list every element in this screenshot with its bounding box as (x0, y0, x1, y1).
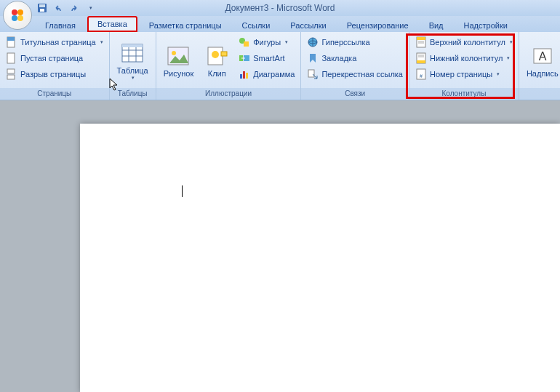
bookmark-label: Закладка (321, 54, 356, 63)
svg-rect-17 (122, 44, 143, 47)
svg-rect-11 (7, 75, 15, 79)
tab-insert[interactable]: Вставка (87, 16, 137, 32)
footer-button[interactable]: Нижний колонтитул▾ (412, 51, 516, 65)
smartart-label: SmartArt (253, 54, 284, 63)
textbox-button[interactable]: A Надпись (522, 33, 560, 88)
clipart-button[interactable]: Клип (201, 33, 233, 88)
blank-page-button[interactable]: Пустая страница (3, 51, 106, 65)
svg-point-1 (17, 9, 23, 15)
chart-icon (239, 68, 250, 80)
chart-button[interactable]: Диаграмма (236, 67, 297, 81)
svg-rect-9 (7, 53, 15, 63)
shapes-button[interactable]: Фигуры▾ (236, 35, 297, 49)
crossref-icon (307, 68, 319, 80)
svg-rect-27 (240, 74, 242, 79)
group-pages-label: Страницы (0, 88, 109, 100)
svg-rect-6 (40, 9, 44, 12)
undo-button[interactable] (52, 2, 64, 14)
shapes-icon (239, 36, 250, 48)
svg-point-3 (17, 15, 23, 21)
svg-rect-28 (243, 71, 245, 79)
ribbon: Титульная страница▾ Пустая страница Разр… (0, 32, 560, 100)
svg-rect-10 (7, 69, 15, 73)
svg-rect-29 (246, 73, 248, 79)
svg-point-21 (212, 51, 219, 58)
office-logo-icon (9, 7, 26, 24)
picture-icon (167, 44, 190, 68)
group-illus-label: Иллюстрации (156, 88, 301, 100)
page-break-icon (6, 68, 17, 80)
picture-button[interactable]: Рисунок (159, 33, 199, 88)
picture-label: Рисунок (164, 69, 194, 78)
blank-page-icon (6, 52, 17, 64)
svg-rect-24 (244, 41, 249, 47)
tab-addins[interactable]: Надстройки (455, 19, 516, 32)
titlebar: ▾ Документ3 - Microsoft Word (0, 0, 560, 16)
blank-page-label: Пустая страница (20, 54, 83, 63)
textbox-label: Надпись (527, 69, 559, 78)
group-hf-label: Колонтитулы (409, 88, 519, 100)
clipart-label: Клип (208, 69, 226, 78)
footer-label: Нижний колонтитул (430, 54, 503, 63)
hyperlink-label: Гиперссылка (321, 38, 369, 47)
group-text-label (519, 88, 560, 100)
svg-rect-31 (308, 70, 314, 77)
tab-view[interactable]: Вид (420, 19, 452, 32)
hyperlink-icon (307, 36, 319, 48)
tab-review[interactable]: Рецензирование (338, 19, 417, 32)
smartart-icon (239, 52, 250, 64)
text-cursor (182, 185, 183, 197)
group-tables-label: Таблицы (110, 88, 156, 100)
page-break-label: Разрыв страницы (20, 70, 86, 79)
save-button[interactable] (36, 2, 48, 14)
group-text: A Надпись (519, 32, 560, 100)
header-label: Верхний колонтитул (430, 38, 505, 47)
svg-text:#: # (420, 73, 423, 79)
tab-home[interactable]: Главная (36, 19, 84, 32)
svg-point-2 (12, 15, 17, 21)
document-area (0, 100, 560, 392)
table-icon (121, 41, 144, 65)
header-icon (415, 36, 427, 48)
svg-rect-8 (7, 37, 15, 41)
smartart-button[interactable]: SmartArt (236, 51, 297, 65)
tab-page-layout[interactable]: Разметка страницы (140, 19, 231, 32)
crossref-button[interactable]: Перекрестная ссылка (304, 67, 406, 81)
cover-page-button[interactable]: Титульная страница▾ (3, 35, 106, 49)
qat-dropdown[interactable]: ▾ (84, 2, 96, 14)
table-label: Таблица (117, 66, 148, 75)
office-button[interactable] (3, 1, 32, 30)
svg-rect-22 (221, 52, 227, 56)
pagenumber-label: Номер страницы (430, 70, 492, 79)
group-pages: Титульная страница▾ Пустая страница Разр… (0, 32, 110, 100)
cover-page-label: Титульная страница (20, 38, 96, 47)
svg-point-19 (172, 51, 176, 55)
textbox-icon: A (531, 44, 554, 68)
clipart-icon (205, 44, 228, 68)
pagenumber-button[interactable]: # Номер страницы▾ (412, 67, 516, 81)
svg-point-0 (12, 9, 17, 15)
bookmark-button[interactable]: Закладка (304, 51, 406, 65)
cover-page-icon (6, 36, 17, 48)
pagenumber-icon: # (415, 68, 427, 80)
svg-rect-33 (417, 37, 425, 40)
hyperlink-button[interactable]: Гиперссылка (304, 35, 406, 49)
tab-references[interactable]: Ссылки (233, 19, 279, 32)
page-break-button[interactable]: Разрыв страницы (3, 67, 106, 81)
table-button[interactable]: Таблица ▾ (113, 33, 153, 88)
quick-access-toolbar: ▾ (36, 2, 96, 14)
document-page[interactable] (80, 124, 560, 392)
tab-mailings[interactable]: Рассылки (281, 19, 335, 32)
header-button[interactable]: Верхний колонтитул▾ (412, 35, 516, 49)
footer-icon (415, 52, 427, 64)
crossref-label: Перекрестная ссылка (321, 70, 403, 79)
group-links: Гиперссылка Закладка Перекрестная ссылка… (301, 32, 409, 100)
redo-button[interactable] (68, 2, 80, 14)
group-headerfooter: Верхний колонтитул▾ Нижний колонтитул▾ #… (409, 32, 519, 100)
window-title: Документ3 - Microsoft Word (225, 3, 335, 13)
svg-rect-37 (417, 60, 425, 63)
chart-label: Диаграмма (253, 70, 295, 79)
bookmark-icon (307, 52, 319, 64)
svg-text:A: A (538, 50, 546, 63)
shapes-label: Фигуры (253, 38, 281, 47)
